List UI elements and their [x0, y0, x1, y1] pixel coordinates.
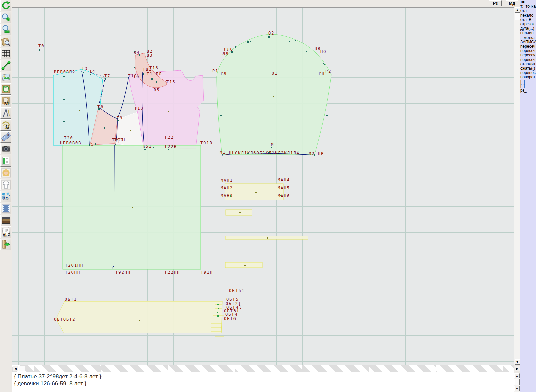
portrait-icon[interactable]	[0, 167, 11, 178]
command-item[interactable]: рз_	[520, 88, 536, 93]
command-item[interactable]: сплайн_	[520, 31, 536, 35]
point-marker	[63, 99, 65, 100]
point-marker	[220, 115, 222, 116]
command-item[interactable]: пересеч	[520, 53, 536, 57]
command-item[interactable]: пересеч	[520, 58, 536, 62]
belt-piece[interactable]	[56, 301, 222, 333]
pattern-piece-icon[interactable]	[0, 83, 11, 95]
point-marker	[255, 192, 257, 193]
point-marker	[250, 41, 251, 42]
pattern-label: Т15	[166, 80, 176, 84]
exit-icon[interactable]	[0, 239, 11, 250]
3d-icon[interactable]: 3D	[0, 191, 11, 202]
rz-button[interactable]: Рз	[489, 0, 502, 6]
point-marker	[79, 110, 80, 111]
fabric-icon[interactable]: G	[0, 119, 11, 131]
horizontal-scroll-thumb[interactable]	[19, 366, 25, 371]
scroll-left-button[interactable]: ◀	[13, 366, 18, 371]
message-area: { Платье 37-2^98дет 2-4-6-8 лет } { дево…	[12, 372, 514, 392]
pattern-label: Т3	[82, 67, 88, 71]
camera-icon[interactable]	[0, 143, 11, 154]
md-button[interactable]: Мд	[506, 0, 518, 6]
message-scroll-down-button[interactable]: ▼	[514, 386, 520, 391]
image-icon	[1, 73, 11, 82]
message-scroll-up-button[interactable]: ▲	[514, 373, 520, 378]
grid-icon[interactable]	[0, 48, 11, 59]
books-icon	[1, 216, 11, 225]
horizontal-scrollbar[interactable]: ◀	[12, 365, 514, 372]
scroll-right-button[interactable]: ▶	[515, 366, 520, 371]
compass-icon[interactable]	[0, 107, 11, 119]
pattern-label: МАН3	[221, 194, 233, 198]
vertical-scroll-thumb[interactable]	[515, 13, 520, 20]
alg-icon[interactable]: ALG	[0, 226, 11, 238]
point-marker	[280, 195, 281, 196]
point-marker	[268, 36, 270, 38]
garment-icon[interactable]	[0, 179, 11, 190]
drawing-canvas[interactable]: Т0ВПВ0ВП2Т3Т4Т7Т8Т9Т20НПВ0В0ВТ5ТВ21Т92lВ…	[12, 7, 514, 365]
image-icon[interactable]	[0, 72, 11, 83]
command-item[interactable]: поворот	[520, 75, 536, 79]
pattern-label: Т1_ПЛ	[147, 72, 162, 76]
medium-band-piece[interactable]	[225, 262, 262, 268]
books-icon[interactable]	[0, 215, 11, 226]
pattern-marker-icon[interactable]: M	[0, 95, 11, 107]
list-icon	[1, 204, 11, 213]
point-marker	[134, 51, 135, 52]
exit-icon	[1, 240, 11, 249]
ruler-icon[interactable]: 7 8	[0, 131, 11, 143]
list-icon[interactable]	[0, 203, 11, 214]
point-marker	[83, 72, 84, 73]
point-marker	[105, 78, 106, 80]
pattern-label: МАН5	[278, 186, 290, 190]
fabric-icon: G	[1, 120, 11, 130]
pattern-label: О1	[272, 71, 278, 76]
command-item[interactable]: отл	[520, 9, 536, 13]
point-marker	[326, 115, 328, 116]
table-icon[interactable]	[0, 155, 11, 167]
vertical-scrollbar[interactable]: ▲ ▼	[514, 7, 520, 365]
zoom-out-icon[interactable]	[0, 24, 11, 35]
point-marker	[244, 265, 246, 266]
command-item[interactable]: [ ]	[520, 80, 536, 84]
view-piece-icon[interactable]	[0, 36, 11, 47]
command-item[interactable]: :=метка	[520, 36, 536, 40]
pattern-marker-icon: M	[1, 96, 11, 106]
message-scrollbar[interactable]: ▲ ▼	[514, 373, 520, 392]
point-marker	[295, 40, 296, 41]
pattern-label: ПО	[320, 50, 326, 54]
pattern-label: ОБТ51	[229, 289, 245, 293]
pattern-label: ЛЛ	[223, 51, 229, 56]
command-item[interactable]: пекало	[520, 13, 536, 18]
pattern-drawing	[12, 8, 514, 365]
pattern-label: МАН4	[278, 178, 290, 182]
toolbar: M G 7 8	[0, 0, 12, 250]
status-line-2: { девочки 126-66-59 8 лет }	[14, 380, 86, 387]
pattern-label: ОБТ1	[65, 297, 77, 302]
pattern-cad-window: { "window": { "buttons": { "rz": "Рз", "…	[0, 0, 536, 392]
zoom-in-icon[interactable]	[0, 12, 11, 23]
garment-icon	[1, 180, 11, 189]
pattern-label: Т4	[89, 69, 95, 74]
compass-icon	[1, 108, 11, 118]
segment-icon[interactable]	[0, 60, 11, 71]
pattern-label: Т22НН	[164, 270, 180, 275]
point-marker	[230, 195, 231, 197]
undo-icon[interactable]	[0, 0, 11, 11]
point-marker	[132, 207, 133, 208]
point-marker	[90, 74, 91, 75]
cuff-piece[interactable]	[225, 184, 283, 200]
message-scroll-thumb[interactable]	[514, 379, 520, 385]
pattern-label: Т0	[38, 44, 44, 48]
point-marker	[63, 121, 65, 122]
sleeve-piece[interactable]	[217, 34, 331, 154]
scroll-up-button[interactable]: ▲	[515, 7, 520, 13]
point-marker	[144, 149, 146, 150]
small-band-piece[interactable]	[226, 210, 252, 215]
point-marker	[95, 143, 96, 145]
scroll-down-button[interactable]: ▼	[515, 359, 520, 365]
pattern-label: Т20	[64, 136, 73, 140]
point-marker	[314, 154, 315, 156]
marker-letter: M	[4, 101, 9, 106]
point-marker	[151, 78, 153, 80]
